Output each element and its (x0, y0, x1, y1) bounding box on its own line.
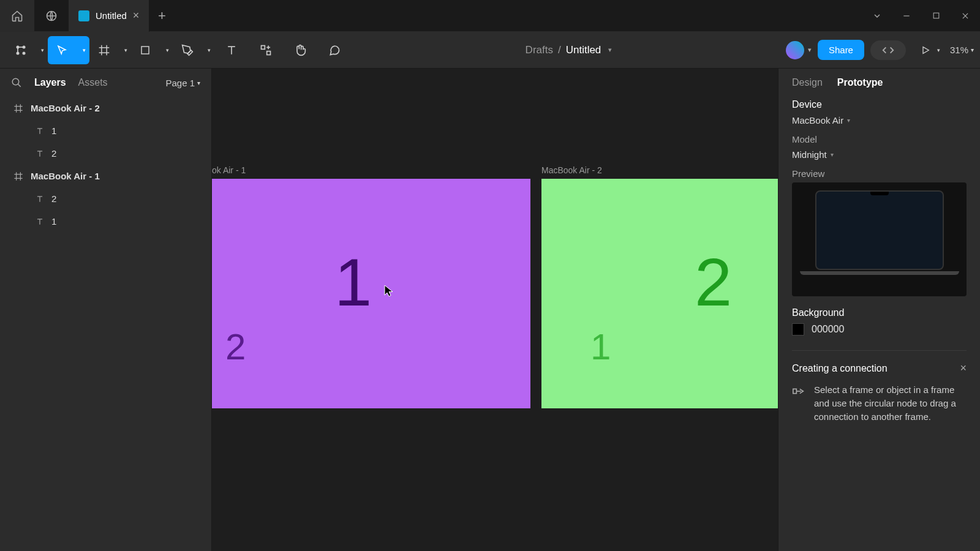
text-icon (36, 195, 44, 203)
chevron-down-icon: ▾ (808, 46, 812, 54)
background-color-input[interactable]: 000000 (792, 323, 967, 335)
resources-tool-button[interactable] (249, 36, 283, 64)
properties-panel: Design Prototype Device MacBook Air ▾ Mo… (778, 69, 980, 551)
pen-tool-button[interactable]: ▾ (173, 36, 214, 64)
canvas-text[interactable]: 2 (695, 243, 732, 321)
preview-label: Preview (792, 168, 967, 179)
canvas[interactable]: ok Air - 1 1 2 MacBook Air - 2 2 1 (212, 69, 778, 551)
svg-rect-2 (933, 13, 939, 18)
background-section-title: Background (792, 307, 967, 318)
model-label: Model (792, 134, 967, 144)
text-tool-button[interactable] (214, 36, 249, 64)
toolbar: ▾ ▾ ▾ ▾ ▾ Drafts / Untitled ▾ ▾ Share (0, 32, 980, 69)
frame-tool-button[interactable]: ▾ (89, 36, 131, 64)
canvas-frame-1[interactable]: 1 2 (212, 179, 530, 408)
layer-label: 1 (51, 126, 56, 136)
breadcrumb-parent[interactable]: Drafts (526, 44, 553, 56)
tab-assets[interactable]: Assets (78, 77, 108, 88)
frame-icon (13, 171, 23, 181)
shape-tool-button[interactable]: ▾ (131, 36, 173, 64)
chevron-down-icon: ▾ (937, 47, 940, 53)
background-color-value: 000000 (812, 324, 844, 335)
close-icon[interactable]: × (960, 362, 967, 375)
canvas-text[interactable]: 1 (334, 243, 372, 321)
chevron-down-icon[interactable]: ▾ (608, 46, 612, 54)
device-section-title: Device (792, 99, 967, 110)
hint-text: Select a frame or object in a frame and … (814, 383, 967, 423)
maximize-icon[interactable] (921, 0, 951, 32)
chevron-down-icon[interactable] (862, 0, 892, 32)
zoom-control[interactable]: 31% ▾ (950, 45, 974, 55)
layer-label: MacBook Air - 1 (31, 171, 100, 181)
page-selector[interactable]: Page 1 ▾ (165, 78, 200, 88)
text-icon (36, 217, 44, 226)
add-tab-button[interactable]: + (149, 8, 174, 24)
layer-frame[interactable]: MacBook Air - 1 (0, 165, 211, 187)
hint-title: Creating a connection (792, 363, 888, 374)
layer-text[interactable]: 1 (0, 119, 211, 142)
model-selector[interactable]: Midnight ▾ (792, 149, 967, 160)
tab-layers[interactable]: Layers (34, 77, 66, 88)
breadcrumb: Drafts / Untitled ▾ (352, 44, 786, 56)
hint-panel: Creating a connection × Select a frame o… (792, 350, 967, 423)
svg-point-22 (12, 78, 19, 85)
layers-panel: Layers Assets Page 1 ▾ MacBook Air - 2 1… (0, 69, 212, 551)
breadcrumb-current[interactable]: Untitled (566, 44, 601, 56)
device-selector[interactable]: MacBook Air ▾ (792, 115, 967, 126)
model-value: Midnight (792, 149, 827, 160)
hand-tool-button[interactable] (283, 36, 317, 64)
device-preview (792, 182, 967, 296)
layer-frame[interactable]: MacBook Air - 2 (0, 97, 211, 119)
svg-rect-15 (141, 47, 149, 54)
canvas-frame-2[interactable]: 2 1 (541, 179, 778, 408)
chevron-down-icon: ▾ (83, 47, 86, 53)
comment-tool-button[interactable] (317, 36, 352, 64)
move-tool-button[interactable]: ▾ (48, 36, 89, 64)
search-icon[interactable] (11, 77, 22, 88)
close-icon[interactable]: × (133, 9, 140, 22)
svg-rect-19 (267, 51, 271, 54)
window-controls (862, 0, 980, 32)
layer-text[interactable]: 2 (0, 187, 211, 210)
layer-label: 2 (51, 193, 56, 204)
present-button[interactable]: ▾ (912, 36, 944, 64)
zoom-value: 31% (950, 45, 968, 55)
svg-line-23 (18, 84, 21, 87)
share-button[interactable]: Share (818, 40, 864, 60)
main-menu-button[interactable]: ▾ (6, 36, 48, 64)
text-icon (36, 127, 44, 135)
laptop-screen-icon (815, 190, 944, 270)
connection-icon (792, 384, 805, 423)
tab-prototype[interactable]: Prototype (837, 77, 883, 88)
svg-point-8 (23, 51, 26, 54)
tab-label: Untitled (96, 10, 127, 21)
canvas-text[interactable]: 1 (590, 326, 611, 368)
color-swatch[interactable] (792, 323, 804, 335)
text-icon (36, 149, 44, 158)
chevron-down-icon: ▾ (166, 47, 169, 53)
user-avatar-menu[interactable]: ▾ (786, 41, 812, 59)
frame-label[interactable]: ok Air - 1 (212, 165, 246, 175)
chevron-down-icon: ▾ (124, 47, 127, 53)
cursor-icon (383, 284, 394, 298)
window-close-icon[interactable] (951, 0, 980, 32)
layer-text[interactable]: 1 (0, 210, 211, 233)
dev-mode-button[interactable] (870, 40, 906, 60)
svg-rect-40 (793, 389, 797, 393)
layer-text[interactable]: 2 (0, 142, 211, 165)
title-bar: Untitled × + (0, 0, 980, 32)
chevron-down-icon: ▾ (41, 47, 44, 53)
home-icon[interactable] (0, 0, 34, 32)
tab-design[interactable]: Design (792, 77, 823, 88)
file-tab[interactable]: Untitled × (69, 0, 149, 32)
avatar (786, 41, 804, 59)
frame-label[interactable]: MacBook Air - 2 (541, 165, 602, 175)
layer-label: 2 (51, 148, 56, 159)
chevron-down-icon: ▾ (847, 117, 850, 124)
device-value: MacBook Air (792, 115, 843, 126)
chevron-down-icon: ▾ (197, 80, 200, 86)
canvas-text[interactable]: 2 (225, 326, 246, 368)
chevron-down-icon: ▾ (831, 151, 834, 158)
globe-icon[interactable] (34, 0, 69, 32)
minimize-icon[interactable] (892, 0, 921, 32)
